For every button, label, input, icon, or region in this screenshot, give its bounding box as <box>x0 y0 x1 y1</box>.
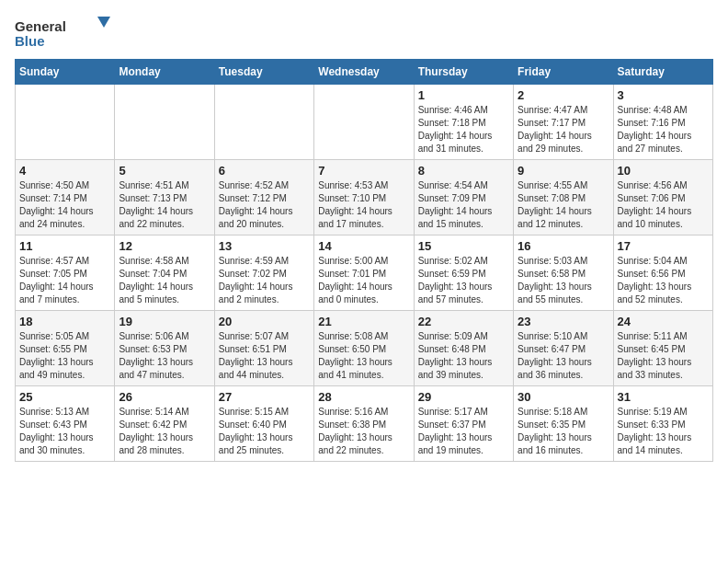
day-info: Sunrise: 5:00 AM Sunset: 7:01 PM Dayligh… <box>318 255 409 306</box>
day-number: 2 <box>518 88 609 102</box>
day-info: Sunrise: 4:59 AM Sunset: 7:02 PM Dayligh… <box>219 255 310 306</box>
day-number: 18 <box>19 315 110 328</box>
calendar-empty-cell <box>314 85 414 160</box>
day-info: Sunrise: 4:55 AM Sunset: 7:08 PM Dayligh… <box>518 179 609 231</box>
weekday-header-saturday: Saturday <box>613 60 712 85</box>
day-info: Sunrise: 4:47 AM Sunset: 7:17 PM Dayligh… <box>518 104 609 155</box>
day-number: 31 <box>618 390 709 404</box>
svg-text:General: General <box>15 18 66 34</box>
day-info: Sunrise: 5:11 AM Sunset: 6:45 PM Dayligh… <box>618 330 709 382</box>
calendar-day-29: 29Sunrise: 5:17 AM Sunset: 6:37 PM Dayli… <box>414 386 513 462</box>
svg-text:Blue: Blue <box>15 33 45 49</box>
weekday-header-sunday: Sunday <box>16 60 115 85</box>
day-number: 30 <box>518 390 609 404</box>
day-info: Sunrise: 5:06 AM Sunset: 6:53 PM Dayligh… <box>119 330 210 382</box>
calendar-day-5: 5Sunrise: 4:51 AM Sunset: 7:13 PM Daylig… <box>115 160 214 236</box>
day-info: Sunrise: 5:05 AM Sunset: 6:55 PM Dayligh… <box>19 330 110 382</box>
page-header: GeneralBlue <box>15 15 713 52</box>
calendar-day-25: 25Sunrise: 5:13 AM Sunset: 6:43 PM Dayli… <box>16 386 115 462</box>
calendar-day-23: 23Sunrise: 5:10 AM Sunset: 6:47 PM Dayli… <box>514 311 613 386</box>
calendar-day-24: 24Sunrise: 5:11 AM Sunset: 6:45 PM Dayli… <box>613 311 712 386</box>
calendar-day-17: 17Sunrise: 5:04 AM Sunset: 6:56 PM Dayli… <box>613 236 712 311</box>
day-number: 26 <box>119 390 210 404</box>
calendar-day-30: 30Sunrise: 5:18 AM Sunset: 6:35 PM Dayli… <box>514 386 613 462</box>
day-number: 13 <box>219 239 310 253</box>
day-info: Sunrise: 5:17 AM Sunset: 6:37 PM Dayligh… <box>418 406 509 457</box>
calendar-day-4: 4Sunrise: 4:50 AM Sunset: 7:14 PM Daylig… <box>16 160 115 236</box>
calendar-day-3: 3Sunrise: 4:48 AM Sunset: 7:16 PM Daylig… <box>613 85 712 160</box>
day-number: 8 <box>418 164 509 178</box>
weekday-header-tuesday: Tuesday <box>214 60 313 85</box>
calendar-day-15: 15Sunrise: 5:02 AM Sunset: 6:59 PM Dayli… <box>414 236 513 311</box>
day-info: Sunrise: 4:48 AM Sunset: 7:16 PM Dayligh… <box>618 104 709 155</box>
calendar-day-7: 7Sunrise: 4:53 AM Sunset: 7:10 PM Daylig… <box>314 160 414 236</box>
day-info: Sunrise: 4:52 AM Sunset: 7:12 PM Dayligh… <box>219 179 310 231</box>
day-info: Sunrise: 5:04 AM Sunset: 6:56 PM Dayligh… <box>618 255 709 306</box>
calendar-day-2: 2Sunrise: 4:47 AM Sunset: 7:17 PM Daylig… <box>514 85 613 160</box>
calendar-table: SundayMondayTuesdayWednesdayThursdayFrid… <box>15 59 713 462</box>
day-number: 25 <box>19 390 110 404</box>
calendar-day-16: 16Sunrise: 5:03 AM Sunset: 6:58 PM Dayli… <box>514 236 613 311</box>
weekday-header-wednesday: Wednesday <box>314 60 414 85</box>
calendar-day-22: 22Sunrise: 5:09 AM Sunset: 6:48 PM Dayli… <box>414 311 513 386</box>
day-number: 4 <box>19 164 110 178</box>
day-number: 15 <box>418 239 509 253</box>
calendar-day-19: 19Sunrise: 5:06 AM Sunset: 6:53 PM Dayli… <box>115 311 214 386</box>
day-info: Sunrise: 5:13 AM Sunset: 6:43 PM Dayligh… <box>19 406 110 457</box>
day-number: 9 <box>518 164 609 178</box>
day-info: Sunrise: 4:51 AM Sunset: 7:13 PM Dayligh… <box>119 179 210 231</box>
day-number: 3 <box>618 88 709 102</box>
calendar-day-27: 27Sunrise: 5:15 AM Sunset: 6:40 PM Dayli… <box>214 386 313 462</box>
calendar-day-8: 8Sunrise: 4:54 AM Sunset: 7:09 PM Daylig… <box>414 160 513 236</box>
day-info: Sunrise: 4:50 AM Sunset: 7:14 PM Dayligh… <box>19 179 110 231</box>
calendar-day-21: 21Sunrise: 5:08 AM Sunset: 6:50 PM Dayli… <box>314 311 414 386</box>
day-number: 16 <box>518 239 609 253</box>
day-number: 28 <box>318 390 409 404</box>
day-number: 11 <box>19 239 110 253</box>
day-number: 12 <box>119 239 210 253</box>
day-info: Sunrise: 5:09 AM Sunset: 6:48 PM Dayligh… <box>418 330 509 382</box>
weekday-header-monday: Monday <box>115 60 214 85</box>
calendar-day-28: 28Sunrise: 5:16 AM Sunset: 6:38 PM Dayli… <box>314 386 414 462</box>
calendar-day-10: 10Sunrise: 4:56 AM Sunset: 7:06 PM Dayli… <box>613 160 712 236</box>
calendar-empty-cell <box>214 85 313 160</box>
calendar-day-6: 6Sunrise: 4:52 AM Sunset: 7:12 PM Daylig… <box>214 160 313 236</box>
day-info: Sunrise: 4:46 AM Sunset: 7:18 PM Dayligh… <box>418 104 509 155</box>
calendar-day-31: 31Sunrise: 5:19 AM Sunset: 6:33 PM Dayli… <box>613 386 712 462</box>
day-number: 14 <box>318 239 409 253</box>
day-info: Sunrise: 5:07 AM Sunset: 6:51 PM Dayligh… <box>219 330 310 382</box>
day-info: Sunrise: 4:54 AM Sunset: 7:09 PM Dayligh… <box>418 179 509 231</box>
day-number: 1 <box>418 88 509 102</box>
day-info: Sunrise: 4:58 AM Sunset: 7:04 PM Dayligh… <box>119 255 210 306</box>
calendar-week-row: 1Sunrise: 4:46 AM Sunset: 7:18 PM Daylig… <box>16 85 713 160</box>
calendar-week-row: 18Sunrise: 5:05 AM Sunset: 6:55 PM Dayli… <box>16 311 713 386</box>
calendar-day-26: 26Sunrise: 5:14 AM Sunset: 6:42 PM Dayli… <box>115 386 214 462</box>
day-info: Sunrise: 5:08 AM Sunset: 6:50 PM Dayligh… <box>318 330 409 382</box>
day-info: Sunrise: 4:53 AM Sunset: 7:10 PM Dayligh… <box>318 179 409 231</box>
day-number: 23 <box>518 315 609 328</box>
day-info: Sunrise: 5:02 AM Sunset: 6:59 PM Dayligh… <box>418 255 509 306</box>
logo-icon: GeneralBlue <box>15 15 125 52</box>
calendar-week-row: 25Sunrise: 5:13 AM Sunset: 6:43 PM Dayli… <box>16 386 713 462</box>
day-number: 17 <box>618 239 709 253</box>
day-number: 5 <box>119 164 210 178</box>
day-number: 7 <box>318 164 409 178</box>
day-info: Sunrise: 5:18 AM Sunset: 6:35 PM Dayligh… <box>518 406 609 457</box>
weekday-header-friday: Friday <box>514 60 613 85</box>
day-info: Sunrise: 5:16 AM Sunset: 6:38 PM Dayligh… <box>318 406 409 457</box>
weekday-header-thursday: Thursday <box>414 60 513 85</box>
calendar-empty-cell <box>115 85 214 160</box>
day-info: Sunrise: 5:19 AM Sunset: 6:33 PM Dayligh… <box>618 406 709 457</box>
day-number: 20 <box>219 315 310 328</box>
calendar-empty-cell <box>16 85 115 160</box>
day-number: 21 <box>318 315 409 328</box>
calendar-day-20: 20Sunrise: 5:07 AM Sunset: 6:51 PM Dayli… <box>214 311 313 386</box>
logo: GeneralBlue <box>15 15 125 52</box>
day-info: Sunrise: 5:03 AM Sunset: 6:58 PM Dayligh… <box>518 255 609 306</box>
day-number: 10 <box>618 164 709 178</box>
calendar-day-14: 14Sunrise: 5:00 AM Sunset: 7:01 PM Dayli… <box>314 236 414 311</box>
day-number: 6 <box>219 164 310 178</box>
calendar-day-13: 13Sunrise: 4:59 AM Sunset: 7:02 PM Dayli… <box>214 236 313 311</box>
day-info: Sunrise: 4:57 AM Sunset: 7:05 PM Dayligh… <box>19 255 110 306</box>
day-info: Sunrise: 5:15 AM Sunset: 6:40 PM Dayligh… <box>219 406 310 457</box>
